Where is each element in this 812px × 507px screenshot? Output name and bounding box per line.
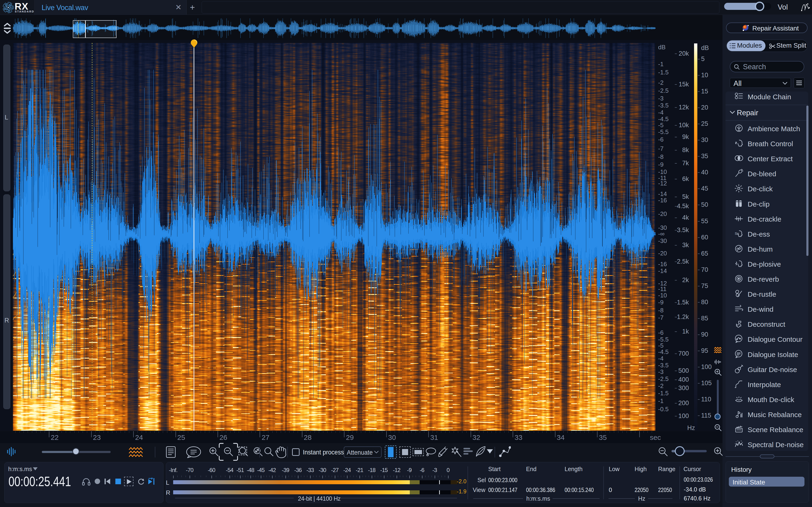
svg-text:Ss: Ss bbox=[735, 231, 739, 235]
